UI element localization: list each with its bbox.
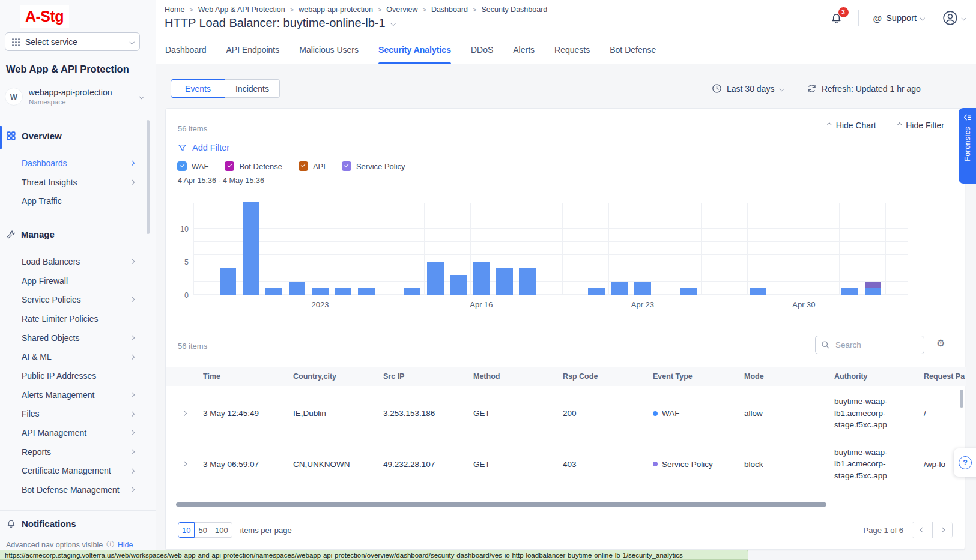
segment-incidents[interactable]: Incidents bbox=[225, 79, 280, 98]
checkbox-checked[interactable] bbox=[299, 161, 308, 171]
tab-alerts[interactable]: Alerts bbox=[513, 36, 535, 64]
column-header-src-ip[interactable]: Src IP bbox=[383, 372, 473, 381]
sidebar-item-public-ip-addresses[interactable]: Public IP Addresses bbox=[0, 366, 149, 385]
chart-bar-3-may[interactable] bbox=[865, 282, 882, 295]
tab-security-analytics[interactable]: Security Analytics bbox=[378, 36, 451, 64]
sidebar-section-notifications[interactable]: Notifications bbox=[6, 519, 76, 529]
segment-events[interactable]: Events bbox=[171, 79, 225, 98]
sidebar-item-files[interactable]: Files bbox=[0, 405, 149, 424]
hide-filter-button[interactable]: Hide Filter bbox=[898, 121, 944, 130]
chart-bar-18-apr[interactable] bbox=[519, 268, 536, 295]
column-header-method[interactable]: Method bbox=[473, 372, 563, 381]
table-row[interactable]: 3 May 06:59:07CN,UNKNOWN49.232.28.107GET… bbox=[166, 441, 966, 487]
chart-bar-8-apr[interactable] bbox=[289, 282, 306, 295]
chart-bar-9-apr[interactable] bbox=[312, 288, 329, 295]
service-selector[interactable]: Select service bbox=[5, 32, 140, 51]
chart-bar-7-apr[interactable] bbox=[265, 288, 282, 295]
support-menu[interactable]: @ Support bbox=[873, 13, 924, 23]
tab-ddos[interactable]: DDoS bbox=[471, 36, 493, 64]
chart-bar-2-may[interactable] bbox=[841, 288, 858, 295]
checkbox-checked[interactable] bbox=[342, 161, 351, 171]
breadcrumb-item-web-app-api-protection[interactable]: Web App & API Protection bbox=[198, 5, 285, 14]
filter-service-policy[interactable]: Service Policy bbox=[342, 161, 405, 171]
column-header-mode[interactable]: Mode bbox=[744, 372, 834, 381]
chart-bar-28-apr[interactable] bbox=[750, 288, 766, 295]
filter-api[interactable]: API bbox=[299, 161, 326, 171]
chart-bar-22-apr[interactable] bbox=[611, 282, 628, 295]
tab-requests[interactable]: Requests bbox=[554, 36, 590, 64]
table-search[interactable] bbox=[815, 336, 924, 354]
breadcrumb-item-security-dashboard[interactable]: Security Dashboard bbox=[481, 5, 547, 14]
table-settings-gear-icon[interactable]: ⚙ bbox=[936, 339, 945, 348]
filter-waf[interactable]: WAF bbox=[177, 161, 208, 171]
sidebar-item-ai-ml[interactable]: AI & ML bbox=[0, 347, 149, 366]
breadcrumb-item-dashboard[interactable]: Dashboard bbox=[431, 5, 468, 14]
sidebar-item-shared-objects[interactable]: Shared Objects bbox=[0, 328, 149, 348]
chart-bar-10-apr[interactable] bbox=[335, 288, 352, 295]
vertical-scrollbar[interactable] bbox=[960, 390, 963, 408]
chart-bar-21-apr[interactable] bbox=[588, 288, 605, 295]
hide-advanced-nav-link[interactable]: Hide bbox=[118, 541, 133, 549]
page-size-100[interactable]: 100 bbox=[211, 522, 232, 538]
column-header-country-city[interactable]: Country,city bbox=[293, 372, 383, 381]
chart-bar-6-apr[interactable] bbox=[243, 202, 259, 295]
previous-page-button[interactable] bbox=[912, 522, 932, 538]
chart-bar-17-apr[interactable] bbox=[496, 268, 513, 295]
tab-api-endpoints[interactable]: API Endpoints bbox=[226, 36, 280, 64]
horizontal-scrollbar[interactable] bbox=[176, 502, 826, 507]
title-chevron-down-icon[interactable] bbox=[390, 21, 395, 26]
sidebar-item-threat-insights[interactable]: Threat Insights bbox=[0, 173, 149, 192]
sidebar-item-alerts-management[interactable]: Alerts Management bbox=[0, 385, 149, 405]
breadcrumb-item-webapp-api-protection[interactable]: webapp-api-protection bbox=[299, 5, 373, 14]
user-account-menu[interactable] bbox=[942, 10, 966, 26]
namespace-selector[interactable]: W webapp-api-protection Namespace bbox=[5, 83, 151, 110]
breadcrumb-item-home[interactable]: Home bbox=[165, 5, 184, 14]
sidebar-item-dashboards[interactable]: Dashboards bbox=[0, 154, 149, 173]
sidebar-section-manage[interactable]: Manage bbox=[6, 229, 55, 239]
sidebar-section-overview[interactable]: Overview bbox=[6, 131, 62, 141]
sidebar-item-certificate-management[interactable]: Certificate Management bbox=[0, 462, 149, 481]
column-header-event-type[interactable]: Event Type bbox=[653, 372, 744, 381]
page-size-10[interactable]: 10 bbox=[178, 522, 195, 538]
breadcrumb-item-overview[interactable]: Overview bbox=[386, 5, 417, 14]
page-size-50[interactable]: 50 bbox=[195, 522, 211, 538]
sidebar-item-reports[interactable]: Reports bbox=[0, 442, 149, 462]
tab-malicious-users[interactable]: Malicious Users bbox=[299, 36, 359, 64]
search-input[interactable] bbox=[834, 340, 918, 350]
checkbox-checked[interactable] bbox=[177, 161, 187, 171]
chart-bar-25-apr[interactable] bbox=[680, 288, 697, 295]
sidebar-scrollbar[interactable] bbox=[147, 120, 150, 234]
chart-bar-11-apr[interactable] bbox=[358, 288, 375, 295]
sidebar-item-app-traffic[interactable]: App Traffic bbox=[0, 191, 149, 211]
forensics-drawer-tab[interactable]: Forensics bbox=[959, 108, 976, 184]
row-expand-button[interactable] bbox=[166, 412, 203, 415]
chart-bar-23-apr[interactable] bbox=[634, 282, 651, 295]
notifications-bell-button[interactable]: 3 bbox=[830, 12, 843, 25]
sidebar-item-load-balancers[interactable]: Load Balancers bbox=[0, 252, 149, 271]
tab-dashboard[interactable]: Dashboard bbox=[165, 36, 207, 64]
tab-bot-defense[interactable]: Bot Defense bbox=[610, 36, 656, 64]
chart-bar-16-apr[interactable] bbox=[473, 262, 490, 295]
hide-chart-button[interactable]: Hide Chart bbox=[828, 121, 876, 130]
column-header-authority[interactable]: Authority bbox=[834, 372, 924, 381]
chart-bar-15-apr[interactable] bbox=[450, 275, 467, 295]
time-range-selector[interactable]: Last 30 days bbox=[712, 83, 784, 94]
help-button[interactable]: ? bbox=[954, 448, 976, 477]
filter-bot-defense[interactable]: Bot Defense bbox=[225, 161, 282, 171]
column-header-rsp-code[interactable]: Rsp Code bbox=[563, 372, 653, 381]
table-row[interactable]: 3 May 12:45:49IE,Dublin3.253.153.186GET2… bbox=[166, 386, 966, 441]
sidebar-item-app-firewall[interactable]: App Firewall bbox=[0, 271, 149, 291]
add-filter-button[interactable]: Add Filter bbox=[178, 143, 229, 152]
sidebar-item-rate-limiter-policies[interactable]: Rate Limiter Policies bbox=[0, 309, 149, 328]
sidebar-item-api-management[interactable]: API Management bbox=[0, 423, 149, 442]
refresh-button[interactable]: Refresh: Updated 1 hr ago bbox=[807, 83, 921, 94]
column-header-request-pa[interactable]: Request Pa bbox=[924, 372, 966, 381]
sidebar-item-bot-defense-management[interactable]: Bot Defense Management bbox=[0, 480, 149, 499]
checkbox-checked[interactable] bbox=[225, 161, 234, 171]
chart-bar-14-apr[interactable] bbox=[427, 262, 444, 295]
row-expand-button[interactable] bbox=[166, 462, 203, 466]
next-page-button[interactable] bbox=[932, 522, 952, 538]
sidebar-item-service-policies[interactable]: Service Policies bbox=[0, 290, 149, 309]
chart-bar-13-apr[interactable] bbox=[404, 288, 421, 295]
column-header-time[interactable]: Time bbox=[203, 372, 293, 381]
